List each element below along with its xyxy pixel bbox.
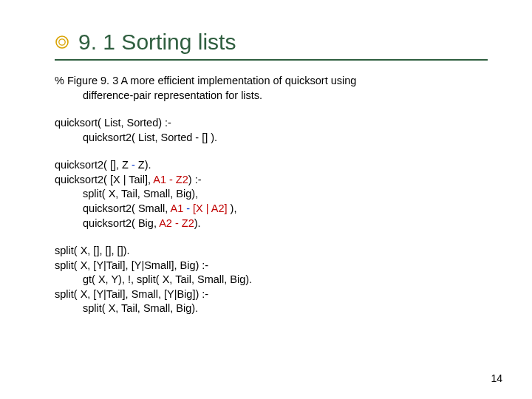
- code-line: split( X, Tail, Small, Big),: [55, 187, 488, 202]
- code-text-red: [X | A2]: [193, 202, 228, 214]
- title-rule: [55, 59, 488, 61]
- comment-line: % Figure 9. 3 A more efficient implement…: [55, 74, 488, 89]
- code-line: split( X, [Y|Tail], [Y|Small], Big) :-: [55, 259, 488, 273]
- code-line: quicksort2( [], Z - Z).: [55, 158, 488, 173]
- slide: 9. 1 Sorting lists % Figure 9. 3 A more …: [0, 0, 532, 399]
- code-line: split( X, [Y|Tail], Small, [Y|Big]) :-: [55, 287, 488, 302]
- code-line: quicksort( List, Sorted) :-: [55, 116, 488, 131]
- code-text-red: A2 - Z2: [159, 217, 194, 229]
- split-block: split( X, [], [], []). split( X, [Y|Tail…: [55, 244, 488, 316]
- code-text: ).: [194, 217, 201, 229]
- code-text-red: A1 - Z2: [153, 174, 188, 185]
- code-text: Z).: [138, 159, 151, 171]
- code-text: quicksort2( [X | Tail],: [55, 174, 153, 185]
- page-number: 14: [491, 372, 502, 384]
- code-text: ),: [228, 202, 237, 214]
- title-row: 9. 1 Sorting lists: [55, 30, 488, 55]
- code-line: quicksort2( [X | Tail], A1 - Z2) :-: [55, 173, 488, 188]
- code-line: gt( X, Y), !, split( X, Tail, Small, Big…: [55, 273, 488, 287]
- comment-line: difference-pair representation for lists…: [55, 89, 488, 103]
- circle-bullet-icon: [55, 35, 69, 50]
- code-line: split( X, Tail, Small, Big).: [55, 301, 488, 316]
- code-text: quicksort2( Small,: [83, 202, 170, 214]
- svg-point-1: [59, 39, 65, 45]
- comment-block: % Figure 9. 3 A more efficient implement…: [55, 74, 488, 103]
- svg-point-0: [56, 36, 68, 48]
- slide-title: 9. 1 Sorting lists: [78, 30, 236, 55]
- code-text-blue: -: [186, 202, 193, 214]
- code-text-red: A1: [170, 202, 186, 214]
- code-text-blue: -: [132, 159, 138, 171]
- code-text: quicksort2( [], Z: [55, 159, 132, 171]
- quicksort-block: quicksort( List, Sorted) :- quicksort2( …: [55, 116, 488, 145]
- code-line: split( X, [], [], []).: [55, 244, 488, 259]
- code-text: quicksort2( Big,: [83, 217, 159, 229]
- code-line: quicksort2( Small, A1 - [X | A2] ),: [55, 202, 488, 216]
- code-line: quicksort2( List, Sorted - [] ).: [55, 131, 488, 146]
- quicksort2-block: quicksort2( [], Z - Z). quicksort2( [X |…: [55, 158, 488, 231]
- code-line: quicksort2( Big, A2 - Z2).: [55, 216, 488, 231]
- code-text: ) :-: [188, 174, 202, 185]
